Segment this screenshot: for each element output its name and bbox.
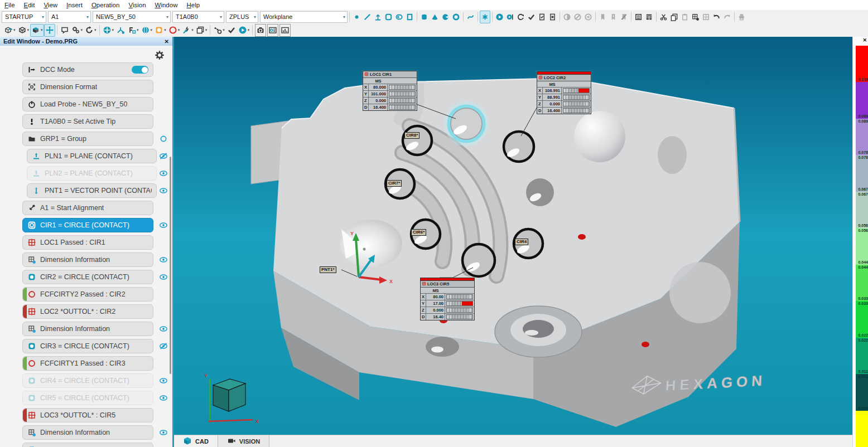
quick-move-icon[interactable]: ▾ [181, 24, 195, 37]
command-dimension-format[interactable]: Dimension Format [22, 80, 153, 94]
torus-feature-icon[interactable] [451, 11, 461, 23]
axis-combo[interactable]: A1▾ [48, 11, 91, 23]
sphere-feature-icon[interactable] [440, 11, 451, 23]
sphere-feature[interactable] [574, 111, 625, 162]
close-icon[interactable]: ✕ [165, 38, 169, 45]
layers-icon[interactable]: ▾ [195, 24, 209, 37]
hole-feature[interactable] [426, 337, 459, 357]
cad-viewport[interactable]: HEXAGON X Y Y X [174, 37, 852, 435]
menu-insert[interactable]: Insert [62, 0, 87, 10]
gear-icon[interactable] [155, 50, 165, 60]
clear-section-icon[interactable] [572, 11, 583, 23]
probe-combo[interactable]: NEW5_BY_50▾ [93, 11, 171, 23]
dimension-annotation-loc2-cir2[interactable]: LOC2 CIR2MSX108.991Y88.991Z0.000D16.400 [537, 71, 591, 114]
pan-view-icon[interactable] [44, 24, 55, 37]
pattern-icon[interactable] [701, 11, 711, 23]
report-list-icon[interactable] [633, 11, 644, 23]
command-pln1-plane-contact[interactable]: PLN1 = PLANE (CONTACT) [27, 149, 157, 163]
hole-feature[interactable] [526, 178, 554, 206]
path-settings-icon[interactable]: ▾ [212, 24, 226, 37]
menu-vision[interactable]: Vision [124, 0, 150, 10]
command-cir4-circle-contact[interactable]: CIR4 = CIRCLE (CONTACT) [22, 373, 153, 388]
export-cad-icon[interactable]: ▾ [3, 24, 17, 37]
paste-icon[interactable] [679, 11, 690, 23]
eye-icon[interactable] [159, 376, 168, 385]
report-window-icon[interactable] [267, 24, 278, 37]
visibility-circle-icon[interactable] [159, 134, 168, 143]
eye-icon[interactable] [159, 273, 168, 281]
wireframe-view-icon[interactable]: ▾ [17, 24, 31, 37]
menu-window[interactable]: Window [151, 0, 182, 10]
dimension-annotation-loc1-cir1[interactable]: LOC1 CIR1MSX80.000Y101.000Z0.000D16.400 [363, 71, 417, 111]
circle-feature-icon[interactable] [383, 11, 394, 23]
command-fcfcirty2-passed-cir2[interactable]: FCFCIRTY2 Passed : CIR2 [22, 287, 153, 302]
undo-icon[interactable] [711, 11, 722, 23]
view-combo[interactable]: Workplane▾ [260, 11, 348, 23]
round-slot-feature-icon[interactable] [394, 11, 404, 23]
half-section-icon[interactable] [562, 11, 572, 23]
cad-part[interactable]: HEXAGON [251, 78, 767, 427]
program-verify-icon[interactable] [537, 11, 547, 23]
copy-icon[interactable] [669, 11, 679, 23]
line-feature-icon[interactable] [362, 11, 373, 23]
tab-cad[interactable]: CAD [174, 435, 218, 447]
eye-icon[interactable] [159, 169, 168, 178]
eye-icon[interactable] [159, 255, 168, 264]
execute-program-icon[interactable] [494, 11, 505, 23]
eye-icon[interactable] [159, 324, 168, 333]
eye-icon[interactable] [159, 186, 168, 195]
eye-off-icon[interactable] [159, 152, 168, 161]
menu-help[interactable]: Help [182, 0, 204, 10]
command-cir3-circle-contact[interactable]: CIR3 = CIRCLE (CONTACT) [22, 339, 153, 353]
tip-combo[interactable]: T1A0B0▾ [172, 11, 224, 23]
command-dimension-information[interactable]: Dimension Information [22, 252, 153, 267]
execute-feature-icon[interactable] [505, 11, 515, 23]
play-animation-icon[interactable]: ▾ [237, 24, 251, 37]
feature-tag-cir4[interactable]: CIR4 [515, 239, 528, 245]
auto-feature-icon[interactable] [480, 11, 490, 23]
square-slot-feature-icon[interactable] [404, 11, 415, 23]
command-pnt1-vector-point-contac[interactable]: PNT1 = VECTOR POINT (CONTAC [27, 183, 157, 198]
command-loc1-passed-cir1[interactable]: LOC1 Passed : CIR1 [22, 235, 153, 250]
report-template-icon[interactable] [644, 11, 654, 23]
redo-icon[interactable] [722, 11, 732, 23]
settings-gears-icon[interactable]: ▾ [70, 24, 84, 37]
command-cir5-circle-contact[interactable]: CIR5 = CIRCLE (CONTACT) [22, 391, 153, 405]
tab-vision[interactable]: VISION [218, 435, 269, 447]
command-dimension-information[interactable]: Dimension Information [22, 425, 153, 440]
eye-off-icon[interactable] [159, 342, 168, 351]
command-cir2-circle-contact[interactable]: CIR2 = CIRCLE (CONTACT) [22, 270, 153, 284]
chart-window-icon[interactable] [279, 24, 291, 37]
solid-view-icon[interactable]: ▾ [30, 24, 44, 37]
eye-icon[interactable] [159, 393, 168, 402]
command-pln2-plane-contact[interactable]: PLN2 = PLANE (CONTACT) [27, 166, 157, 181]
command-loc2-outtol-cir2[interactable]: LOC2 *OUTTOL* : CIR2 [22, 304, 153, 319]
eye-icon[interactable] [159, 221, 168, 230]
execute-loop-icon[interactable] [515, 11, 526, 23]
menu-file[interactable]: File [0, 0, 20, 10]
menu-view[interactable]: View [39, 0, 62, 10]
cut-icon[interactable] [658, 11, 669, 23]
command-grp1-group[interactable]: GRP1 = Group [22, 132, 153, 146]
goto-icon[interactable] [583, 11, 594, 23]
feature-tag-cir7[interactable]: CIR7* [387, 180, 402, 187]
boss-feature[interactable] [669, 262, 731, 323]
gage-circle-icon[interactable]: ▾ [167, 24, 181, 37]
view-rosette-icon[interactable]: ▾ [102, 24, 115, 37]
feature-tag-pnt1[interactable]: PNT1* [320, 266, 336, 273]
curve-feature-icon[interactable] [465, 11, 476, 23]
dcc-mode-toggle[interactable] [132, 66, 148, 74]
mark-done-icon[interactable] [526, 11, 537, 23]
command-cir1-circle-contact[interactable]: CIR1 = CIRCLE (CONTACT) [22, 218, 153, 232]
bookmark-clear-icon[interactable] [619, 11, 629, 23]
vector-point-feature-icon[interactable] [373, 11, 383, 23]
rendered-sphere-icon[interactable]: ▾ [140, 24, 154, 37]
cylinder-feature-icon[interactable] [419, 11, 430, 23]
paste-special-icon[interactable] [690, 11, 701, 23]
command-dcc-mode[interactable]: DCC Mode [22, 62, 153, 77]
counterbore-feature[interactable] [495, 306, 582, 357]
command-loc3-outtol-cir5[interactable]: LOC3 *OUTTOL* : CIR5 [22, 408, 153, 422]
feature-tag-cir8[interactable]: CIR8* [404, 132, 419, 139]
cone-feature-icon[interactable] [430, 11, 440, 23]
edit-window-titlebar[interactable]: Edit Window - Demo.PRG ✕ [0, 37, 172, 46]
